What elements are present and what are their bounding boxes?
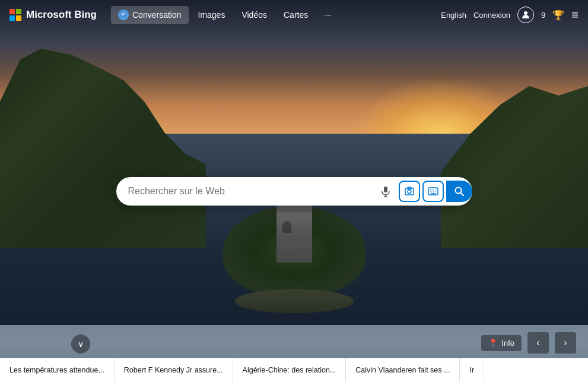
user-icon[interactable]: [517, 7, 534, 23]
island-base: [235, 289, 354, 313]
chevron-right-icon: ›: [564, 337, 567, 348]
search-bar: [116, 177, 472, 206]
location-icon: 📍: [488, 339, 498, 348]
chevron-left-icon: ‹: [536, 337, 539, 348]
camera-button[interactable]: [399, 181, 420, 202]
nav-more[interactable]: ···: [317, 7, 339, 23]
nav-cartes-label: Cartes: [284, 10, 308, 20]
chevron-down-icon: ∨: [78, 339, 84, 349]
microsoft-logo: [9, 9, 21, 21]
nav-conversation[interactable]: Conversation: [111, 6, 189, 24]
hamburger-menu[interactable]: ≡: [571, 8, 579, 22]
next-image-button[interactable]: ›: [555, 332, 576, 353]
nav-cartes[interactable]: Cartes: [276, 7, 315, 23]
news-bar: Les températures attendue... Robert F Ke…: [0, 358, 588, 382]
prev-image-button[interactable]: ‹: [527, 332, 549, 353]
score-badge: 9: [541, 11, 545, 20]
navbar: Microsoft Bing Conversation Images Vidéo…: [0, 0, 588, 30]
news-item-3[interactable]: Calvin Vlaanderen fait ses ...: [346, 358, 460, 382]
news-item-4[interactable]: Ir: [460, 358, 484, 382]
search-area: [116, 177, 472, 206]
search-button[interactable]: [446, 181, 472, 202]
nav-more-label: ···: [325, 10, 332, 20]
info-button[interactable]: 📍 Info: [481, 335, 522, 351]
search-input[interactable]: [128, 186, 375, 197]
news-item-2[interactable]: Algérie-Chine: des relation...: [233, 358, 347, 382]
logo-area[interactable]: Microsoft Bing: [9, 9, 97, 21]
ms-logo-green: [16, 9, 21, 14]
info-controls: 📍 Info ‹ ›: [481, 332, 576, 353]
nav-images[interactable]: Images: [191, 7, 233, 23]
svg-point-1: [524, 11, 527, 15]
keyboard-button[interactable]: [422, 181, 444, 202]
nav-right: English Connexion 9 🏆 ≡: [441, 7, 579, 23]
svg-line-19: [460, 192, 463, 195]
svg-rect-2: [384, 187, 387, 192]
news-item-1[interactable]: Robert F Kennedy Jr assure...: [115, 358, 233, 382]
nav-conversation-label: Conversation: [132, 10, 182, 20]
nav-videos[interactable]: Vidéos: [234, 7, 274, 23]
ms-logo-blue: [9, 15, 15, 21]
ms-logo-yellow: [16, 15, 21, 21]
nav-videos-label: Vidéos: [241, 10, 267, 20]
brand-name: Microsoft Bing: [26, 9, 97, 21]
trophy-icon: 🏆: [552, 10, 564, 21]
ms-logo-red: [9, 9, 15, 14]
search-icons: [375, 181, 468, 202]
info-label: Info: [501, 339, 514, 348]
castle-tower: [276, 209, 312, 263]
signin-button[interactable]: Connexion: [473, 11, 510, 20]
language-selector[interactable]: English: [441, 11, 466, 20]
svg-point-6: [408, 190, 411, 193]
nav-images-label: Images: [198, 10, 225, 20]
scroll-down-button[interactable]: ∨: [71, 334, 90, 353]
news-item-0[interactable]: Les températures attendue...: [0, 358, 115, 382]
nav-items: Conversation Images Vidéos Cartes ···: [111, 6, 441, 24]
mic-button[interactable]: [375, 181, 396, 202]
conversation-icon: [118, 10, 129, 20]
